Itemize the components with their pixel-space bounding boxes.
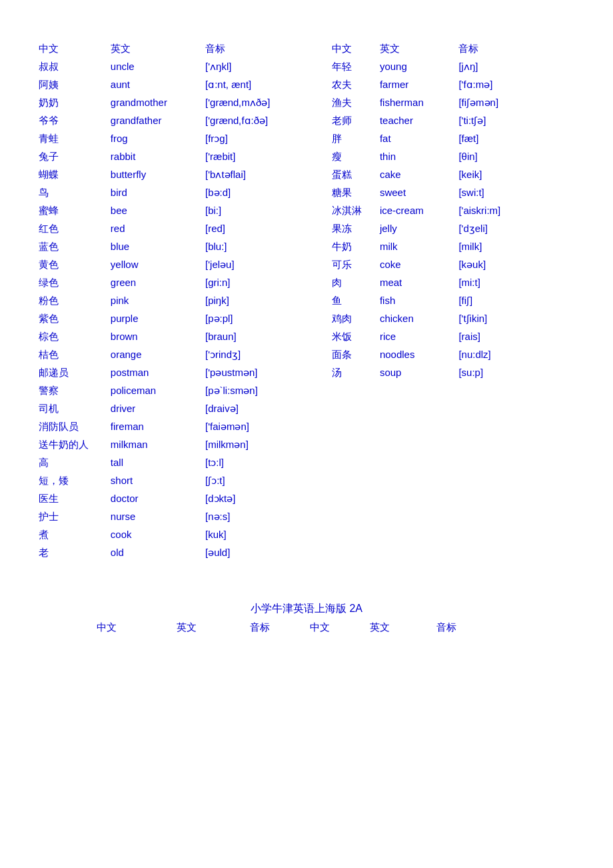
table-row: 蜜蜂 bee [bi:] 冰淇淋 ice-cream ['aiskri:m] <box>33 202 580 220</box>
footer-header-ph1: 音标 <box>227 621 293 634</box>
cell-en1: tall <box>105 454 200 472</box>
cell-en1: red <box>105 220 200 238</box>
table-row: 消防队员 fireman ['faiəmən] <box>33 418 580 436</box>
cell-en1: purple <box>105 310 200 328</box>
cell-en2: jelly <box>374 220 453 238</box>
cell-ph2 <box>453 418 580 436</box>
cell-en2: milk <box>374 238 453 256</box>
cell-ph2 <box>453 526 580 544</box>
cell-en1: bird <box>105 184 200 202</box>
cell-zh1: 叔叔 <box>33 58 105 76</box>
cell-en2 <box>374 382 453 400</box>
cell-ph2 <box>453 400 580 418</box>
cell-en2: soup <box>374 364 453 382</box>
cell-en1: doctor <box>105 490 200 508</box>
cell-zh1: 老 <box>33 544 105 562</box>
cell-ph1: [gri:n] <box>200 274 326 292</box>
cell-zh1: 警察 <box>33 382 105 400</box>
footer-headers: 中文 英文 音标 中文 英文 音标 <box>33 621 580 634</box>
cell-zh1: 棕色 <box>33 328 105 346</box>
table-row: 短，矮 short [ʃɔ:t] <box>33 472 580 490</box>
cell-ph1: [ɑ:nt, ænt] <box>200 76 326 94</box>
cell-ph2: ['fɑ:mə] <box>453 76 580 94</box>
cell-en2 <box>374 526 453 544</box>
table-row: 医生 doctor [dɔktə] <box>33 490 580 508</box>
cell-en2 <box>374 400 453 418</box>
cell-en2 <box>374 436 453 454</box>
cell-en1: brown <box>105 328 200 346</box>
cell-zh2: 鱼 <box>326 292 374 310</box>
cell-zh1: 黄色 <box>33 256 105 274</box>
cell-ph1: ['jeləu] <box>200 256 326 274</box>
cell-ph1: [əuld] <box>200 544 326 562</box>
cell-en1: grandfather <box>105 112 200 130</box>
cell-ph2: [mi:t] <box>453 274 580 292</box>
cell-zh2 <box>326 418 374 436</box>
table-row: 鸟 bird [bə:d] 糖果 sweet [swi:t] <box>33 184 580 202</box>
table-row: 蝴蝶 butterfly ['bʌtəflai] 蛋糕 cake [keik] <box>33 166 580 184</box>
cell-ph1: ['bʌtəflai] <box>200 166 326 184</box>
footer-header-zh1: 中文 <box>67 621 147 634</box>
cell-en2 <box>374 418 453 436</box>
cell-zh1: 送牛奶的人 <box>33 436 105 454</box>
cell-en1: rabbit <box>105 148 200 166</box>
cell-ph1: [bə:d] <box>200 184 326 202</box>
cell-zh2 <box>326 472 374 490</box>
cell-ph1: ['ɔrindʒ] <box>200 346 326 364</box>
cell-en2: chicken <box>374 310 453 328</box>
cell-ph1: [kuk] <box>200 526 326 544</box>
table-row: 阿姨 aunt [ɑ:nt, ænt] 农夫 farmer ['fɑ:mə] <box>33 76 580 94</box>
cell-ph2 <box>453 490 580 508</box>
cell-zh2: 冰淇淋 <box>326 202 374 220</box>
cell-ph2: ['tʃikin] <box>453 310 580 328</box>
cell-en2 <box>374 454 453 472</box>
table-row: 奶奶 grandmother ['grændˌmʌðə] 渔夫 fisherma… <box>33 94 580 112</box>
cell-zh2: 渔夫 <box>326 94 374 112</box>
cell-en1: green <box>105 274 200 292</box>
cell-ph2: [rais] <box>453 328 580 346</box>
cell-zh1: 短，矮 <box>33 472 105 490</box>
cell-ph2: ['dʒeli] <box>453 220 580 238</box>
cell-zh1: 司机 <box>33 400 105 418</box>
cell-en1: postman <box>105 364 200 382</box>
cell-zh2: 果冻 <box>326 220 374 238</box>
cell-ph1: ['ræbit] <box>200 148 326 166</box>
cell-en1: blue <box>105 238 200 256</box>
cell-ph2: [milk] <box>453 238 580 256</box>
cell-ph1: [milkmən] <box>200 436 326 454</box>
cell-ph2: [fæt] <box>453 130 580 148</box>
cell-ph1: [pə:pl] <box>200 310 326 328</box>
cell-zh2 <box>326 544 374 562</box>
cell-en2: fish <box>374 292 453 310</box>
cell-zh1: 粉色 <box>33 292 105 310</box>
cell-en2: ice-cream <box>374 202 453 220</box>
cell-en2 <box>374 508 453 526</box>
cell-ph1: [draivə] <box>200 400 326 418</box>
cell-zh2: 糖果 <box>326 184 374 202</box>
cell-zh1: 桔色 <box>33 346 105 364</box>
table-row: 青蛙 frog [frɔg] 胖 fat [fæt] <box>33 130 580 148</box>
cell-zh1: 奶奶 <box>33 94 105 112</box>
cell-zh1: 绿色 <box>33 274 105 292</box>
cell-zh1: 高 <box>33 454 105 472</box>
cell-en1: aunt <box>105 76 200 94</box>
cell-zh1: 蝴蝶 <box>33 166 105 184</box>
table-row: 送牛奶的人 milkman [milkmən] <box>33 436 580 454</box>
cell-zh2: 瘦 <box>326 148 374 166</box>
cell-ph2: [fiʃ] <box>453 292 580 310</box>
table-row: 警察 policeman [pə`li:smən] <box>33 382 580 400</box>
cell-ph2 <box>453 472 580 490</box>
cell-ph1: [pə`li:smən] <box>200 382 326 400</box>
cell-en2: farmer <box>374 76 453 94</box>
cell-ph1: ['faiəmən] <box>200 418 326 436</box>
cell-en1: cook <box>105 526 200 544</box>
cell-ph2: [keik] <box>453 166 580 184</box>
cell-ph2: [jʌŋ] <box>453 58 580 76</box>
cell-ph1: [nə:s] <box>200 508 326 526</box>
cell-ph2: ['ti:tʃə] <box>453 112 580 130</box>
table-row: 黄色 yellow ['jeləu] 可乐 coke [kəuk] <box>33 256 580 274</box>
cell-en1: old <box>105 544 200 562</box>
cell-zh2: 胖 <box>326 130 374 148</box>
cell-ph1: ['ʌŋkl] <box>200 58 326 76</box>
cell-zh1: 蓝色 <box>33 238 105 256</box>
